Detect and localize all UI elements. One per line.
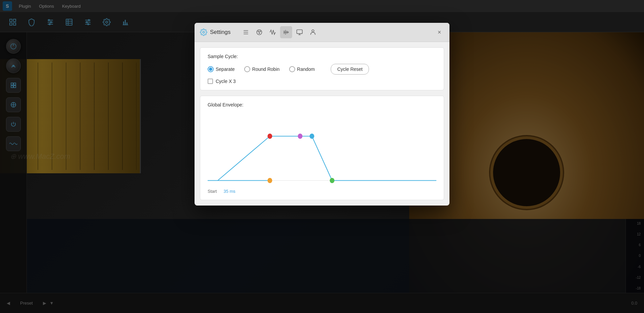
envelope-point-release[interactable] — [330, 178, 334, 183]
global-envelope-section: Global Envelope: — [200, 96, 444, 200]
settings-dialog: Settings — [195, 23, 449, 206]
envelope-point-sustain-left[interactable] — [298, 134, 303, 139]
dialog-header: Settings — [195, 23, 449, 42]
radio-separate-outer — [208, 66, 214, 72]
radio-random-outer — [289, 66, 295, 72]
svg-point-39 — [257, 30, 262, 35]
time-value: 35 ms — [223, 189, 235, 194]
envelope-display[interactable] — [208, 112, 436, 186]
dialog-tabs — [240, 26, 431, 38]
tab-user[interactable] — [307, 26, 319, 38]
radio-random[interactable]: Random — [289, 66, 315, 72]
tab-list[interactable] — [240, 26, 252, 38]
radio-separate-inner — [209, 68, 212, 71]
svg-point-40 — [258, 31, 259, 32]
envelope-point-start[interactable] — [268, 178, 272, 183]
sample-cycle-section: Sample Cycle: Separate Round Robin — [200, 47, 444, 90]
radio-random-label: Random — [297, 66, 315, 72]
dialog-title: Settings — [210, 29, 230, 36]
envelope-svg — [208, 112, 436, 186]
svg-point-42 — [259, 33, 260, 34]
envelope-point-attack[interactable] — [268, 134, 272, 139]
dialog-title-area: Settings — [200, 29, 230, 36]
envelope-title: Global Envelope: — [208, 102, 436, 107]
cycle-x3-row: Cycle X 3 — [208, 79, 436, 84]
cycle-reset-button[interactable]: Cycle Reset — [331, 64, 369, 75]
cycle-controls: Separate Round Robin Random Cycle Reset — [208, 64, 436, 75]
radio-round-robin[interactable]: Round Robin — [244, 66, 280, 72]
dialog-content: Sample Cycle: Separate Round Robin — [195, 42, 449, 206]
tab-monitor[interactable] — [293, 26, 306, 38]
close-button[interactable]: × — [435, 28, 444, 37]
radio-separate-label: Separate — [216, 66, 235, 72]
start-label: Start — [208, 189, 217, 194]
tab-waveform[interactable] — [267, 26, 279, 38]
radio-separate[interactable]: Separate — [208, 66, 235, 72]
radio-roundrobin-label: Round Robin — [252, 66, 280, 72]
svg-point-35 — [203, 31, 205, 33]
tab-palette[interactable] — [253, 26, 265, 38]
envelope-point-sustain-right[interactable] — [310, 134, 314, 139]
cycle-x3-label: Cycle X 3 — [216, 79, 236, 84]
svg-point-51 — [312, 30, 314, 32]
settings-icon — [200, 29, 207, 36]
envelope-footer: Start 35 ms — [208, 189, 436, 194]
svg-point-41 — [260, 31, 261, 32]
sample-cycle-title: Sample Cycle: — [208, 54, 436, 59]
tab-eq[interactable] — [280, 26, 292, 38]
cycle-x3-checkbox[interactable] — [208, 79, 213, 84]
svg-rect-48 — [297, 30, 303, 34]
radio-roundrobin-outer — [244, 66, 250, 72]
